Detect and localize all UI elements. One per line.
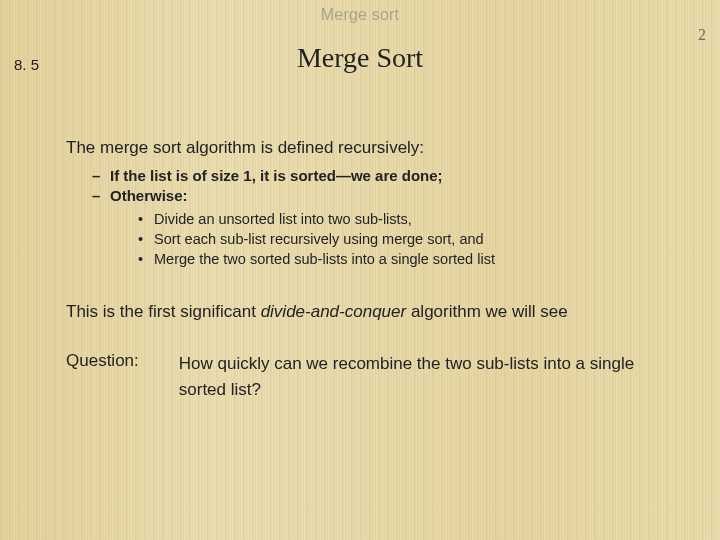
bullet-list: Divide an unsorted list into two sub-lis… (138, 211, 680, 268)
header-kicker: Merge sort (0, 6, 720, 24)
emphasis: divide-and-conquer (261, 302, 407, 321)
dash-list: If the list is of size 1, it is sorted—w… (92, 167, 680, 206)
text-run: This is the first significant (66, 302, 261, 321)
divide-and-conquer-sentence: This is the first significant divide-and… (66, 302, 680, 323)
bullet-item: Merge the two sorted sub-lists into a si… (138, 251, 680, 269)
slide-title: Merge Sort (0, 42, 720, 74)
dash-item: Otherwise: (92, 187, 680, 205)
question-block: Question: How quickly can we recombine t… (66, 351, 680, 402)
question-label: Question: (66, 351, 139, 402)
text-run: algorithm we will see (406, 302, 568, 321)
slide-body: The merge sort algorithm is defined recu… (66, 138, 680, 402)
lead-sentence: The merge sort algorithm is defined recu… (66, 138, 680, 159)
bullet-item: Divide an unsorted list into two sub-lis… (138, 211, 680, 229)
bullet-item: Sort each sub-list recursively using mer… (138, 231, 680, 249)
dash-item: If the list is of size 1, it is sorted—w… (92, 167, 680, 185)
question-text: How quickly can we recombine the two sub… (179, 351, 680, 402)
slide: Merge sort 2 8. 5 Merge Sort The merge s… (0, 0, 720, 540)
